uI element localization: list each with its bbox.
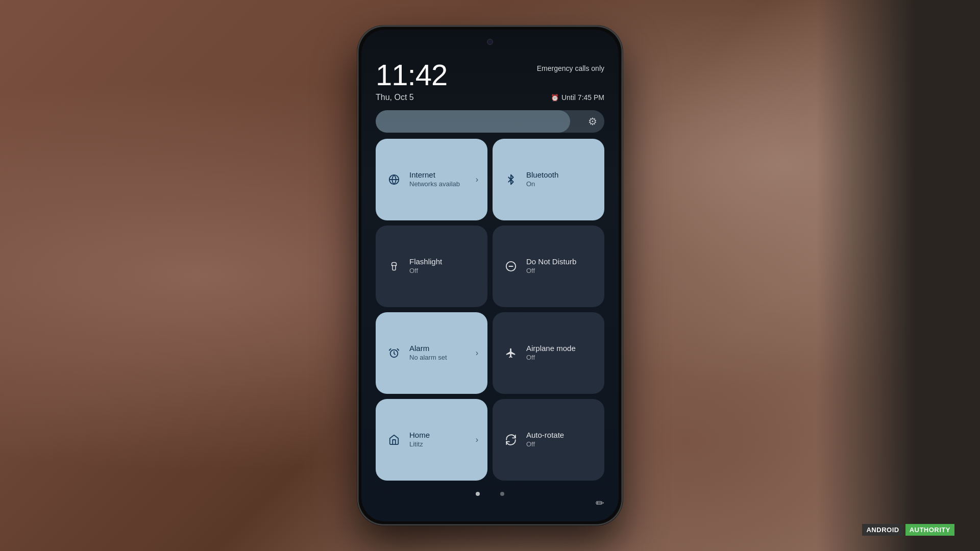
- alarm-title: Alarm: [409, 344, 447, 353]
- settings-gear-icon[interactable]: ⚙: [588, 115, 597, 128]
- airplane-title: Airplane mode: [526, 344, 576, 353]
- auto-rotate-tile-text: Auto-rotate Off: [526, 431, 564, 449]
- bluetooth-subtitle: On: [526, 180, 558, 189]
- nav-dot-1[interactable]: [476, 492, 480, 496]
- airplane-tile-text: Airplane mode Off: [526, 344, 576, 362]
- emergency-calls-text: Emergency calls only: [537, 64, 604, 72]
- auto-rotate-subtitle: Off: [526, 440, 564, 449]
- dnd-tile[interactable]: Do Not Disturb Off: [493, 226, 604, 307]
- home-arrow-icon: ›: [476, 435, 478, 444]
- bluetooth-title: Bluetooth: [526, 170, 558, 180]
- time-row: 11:42 Emergency calls only: [376, 60, 604, 90]
- auto-rotate-tile[interactable]: Auto-rotate Off: [493, 399, 604, 481]
- dnd-title: Do Not Disturb: [526, 257, 576, 266]
- brightness-fill: [376, 110, 570, 133]
- camera-dot: [487, 39, 493, 45]
- flashlight-tile-text: Flashlight Off: [409, 257, 442, 276]
- alarm-icon: [385, 344, 403, 362]
- airplane-subtitle: Off: [526, 354, 576, 362]
- auto-rotate-icon: [502, 431, 520, 449]
- until-time-text: Until 7:45 PM: [561, 93, 604, 102]
- bluetooth-icon: [502, 170, 520, 189]
- home-title: Home: [409, 431, 430, 440]
- airplane-icon: [502, 344, 520, 362]
- flashlight-subtitle: Off: [409, 267, 442, 276]
- brightness-bar[interactable]: ⚙: [376, 110, 604, 133]
- notch-area: [361, 30, 619, 54]
- phone-device: 11:42 Emergency calls only Thu, Oct 5 ⏰ …: [357, 26, 623, 525]
- flashlight-title: Flashlight: [409, 257, 442, 266]
- flashlight-icon: [385, 257, 403, 276]
- home-icon: [385, 431, 403, 449]
- bottom-navigation: [376, 481, 604, 511]
- flashlight-tile[interactable]: Flashlight Off: [376, 226, 487, 307]
- screen-content: 11:42 Emergency calls only Thu, Oct 5 ⏰ …: [361, 54, 619, 521]
- auto-rotate-title: Auto-rotate: [526, 431, 564, 440]
- dnd-icon: [502, 257, 520, 276]
- internet-arrow-icon: ›: [476, 175, 478, 184]
- bluetooth-tile-text: Bluetooth On: [526, 170, 558, 189]
- internet-tile[interactable]: Internet Networks availab ›: [376, 139, 487, 220]
- quick-settings-grid: Internet Networks availab ›: [376, 139, 604, 481]
- clock-time: 11:42: [376, 60, 447, 90]
- airplane-tile[interactable]: Airplane mode Off: [493, 312, 604, 394]
- background-dark-overlay: [817, 0, 980, 551]
- alarm-tile-text: Alarm No alarm set: [409, 344, 447, 362]
- alarm-tile[interactable]: Alarm No alarm set ›: [376, 312, 487, 394]
- watermark-authority: AUTHORITY: [905, 524, 954, 536]
- internet-tile-text: Internet Networks availab: [409, 170, 460, 189]
- bluetooth-tile[interactable]: Bluetooth On: [493, 139, 604, 220]
- android-screen: 11:42 Emergency calls only Thu, Oct 5 ⏰ …: [361, 30, 619, 521]
- home-subtitle: Lititz: [409, 440, 430, 449]
- internet-subtitle: Networks availab: [409, 180, 460, 189]
- watermark: ANDROID AUTHORITY: [862, 524, 954, 536]
- alarm-subtitle: No alarm set: [409, 354, 447, 362]
- dnd-tile-text: Do Not Disturb Off: [526, 257, 576, 276]
- dnd-subtitle: Off: [526, 267, 576, 276]
- watermark-android: ANDROID: [862, 524, 903, 536]
- home-tile-text: Home Lititz: [409, 431, 430, 449]
- home-tile[interactable]: Home Lititz ›: [376, 399, 487, 481]
- alarm-clock-icon: ⏰: [551, 94, 559, 102]
- phone-screen-area: 11:42 Emergency calls only Thu, Oct 5 ⏰ …: [361, 30, 619, 521]
- internet-title: Internet: [409, 170, 460, 180]
- alarm-arrow-icon: ›: [476, 348, 478, 358]
- internet-icon: [385, 170, 403, 189]
- alarm-until-display: ⏰ Until 7:45 PM: [551, 93, 604, 102]
- time-section: 11:42 Emergency calls only Thu, Oct 5 ⏰ …: [376, 60, 604, 102]
- edit-tiles-icon[interactable]: ✏: [596, 497, 604, 509]
- date-row: Thu, Oct 5 ⏰ Until 7:45 PM: [376, 93, 604, 102]
- nav-dot-2[interactable]: [500, 492, 504, 496]
- date-display: Thu, Oct 5: [376, 93, 414, 102]
